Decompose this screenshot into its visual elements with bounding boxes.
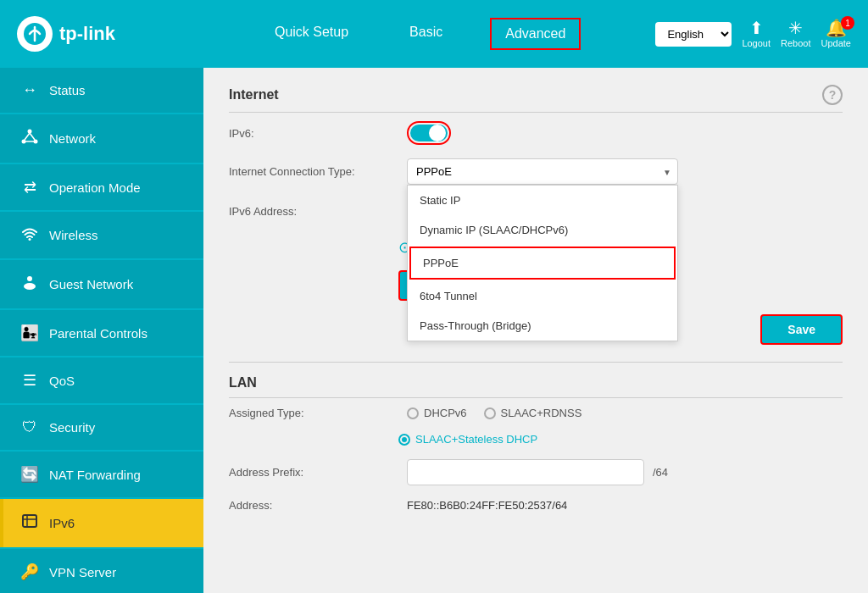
radio-label-dhcpv6: DHCPv6 [424,407,467,419]
ipv6-toggle[interactable] [407,121,451,145]
sidebar-label-wireless: Wireless [49,228,98,242]
sidebar-item-security[interactable]: 🛡 Security [0,405,203,450]
logout-label: Logout [742,38,771,48]
sidebar-label-ipv6: IPv6 [49,516,75,530]
lan-section: LAN Assigned Type: DHCPv6 SLAAC+RDNSS [229,375,843,512]
ipv6-icon [20,513,39,534]
content-area: Internet ? IPv6: Internet Connection Typ… [203,68,868,593]
guest-network-icon [20,274,39,295]
reboot-button[interactable]: ✳ Reboot [781,19,810,48]
option-pppoe[interactable]: PPPoE [409,247,676,280]
update-button[interactable]: 🔔 1 Update [821,19,851,48]
svg-rect-11 [23,515,36,527]
logo: tp-link [17,16,186,52]
reboot-label: Reboot [781,38,810,48]
radio-slaac-stateless[interactable]: SLAAC+Stateless DHCP [398,433,843,446]
sidebar-label-qos: QoS [49,374,75,388]
sidebar-label-status: Status [49,83,86,97]
radio-dot-slaac-rdnss [484,407,496,419]
svg-point-9 [27,276,32,281]
assigned-type-label: Assigned Type: [229,407,398,419]
svg-point-10 [24,283,36,290]
option-6to4-tunnel[interactable]: 6to4 Tunnel [408,281,677,311]
sidebar-item-guest-network[interactable]: Guest Network [0,260,203,308]
update-badge: 1 [841,16,854,30]
svg-line-6 [30,133,35,140]
ipv6-toggle-row: IPv6: [229,121,843,145]
address-prefix-row: Address Prefix: /64 [229,459,843,485]
main-layout: ↔ Status Network ⇄ Operation Mode [0,68,868,593]
connection-type-row: Internet Connection Type: PPPoE Static I… [229,158,843,185]
language-select[interactable]: English [655,22,732,47]
sidebar-item-qos[interactable]: ☰ QoS [0,357,203,403]
logo-text: tp-link [59,23,115,45]
sidebar-item-wireless[interactable]: Wireless [0,212,203,258]
ipv6-address-label: IPv6 Address: [229,205,398,218]
parental-controls-icon: 👨‍👧 [20,324,39,342]
sidebar: ↔ Status Network ⇄ Operation Mode [0,68,203,593]
radio-dot-slaac-stateless [398,434,410,446]
address-prefix-input[interactable] [407,459,644,485]
sidebar-item-vpn-server[interactable]: 🔑 VPN Server [0,549,203,593]
sidebar-item-nat-forwarding[interactable]: 🔄 NAT Forwarding [0,452,203,497]
svg-line-5 [25,133,30,140]
internet-section-title: Internet ? [229,85,843,113]
slaac-stateless-link[interactable]: SLAAC+Stateless DHCP [398,433,843,446]
logout-icon: ⬆ [749,19,764,36]
assigned-type-row: Assigned Type: DHCPv6 SLAAC+RDNSS [229,407,843,419]
ipv6-label: IPv6: [229,127,398,140]
address-label: Address: [229,499,398,512]
sidebar-item-parental-controls[interactable]: 👨‍👧 Parental Controls [0,310,203,356]
section-divider [229,362,843,363]
radio-label-slaac-rdnss: SLAAC+RDNSS [501,407,582,419]
connection-type-label: Internet Connection Type: [229,165,398,178]
top-nav: tp-link Quick Setup Basic Advanced Engli… [0,0,868,68]
logo-icon [17,16,53,52]
sidebar-item-operation-mode[interactable]: ⇄ Operation Mode [0,164,203,210]
save-button[interactable]: Save [760,314,843,345]
radio-dhcpv6[interactable]: DHCPv6 [407,407,467,419]
sidebar-item-status[interactable]: ↔ Status [0,68,203,113]
vpn-server-icon: 🔑 [20,563,39,581]
toggle-knob [429,125,446,141]
nav-basic[interactable]: Basic [396,18,456,50]
option-pass-through[interactable]: Pass-Through (Bridge) [408,311,677,341]
sidebar-label-guest-network: Guest Network [49,277,133,291]
internet-title-text: Internet [229,87,279,103]
wireless-icon [20,225,39,245]
connection-type-menu: Static IP Dynamic IP (SLAAC/DHCPv6) PPPo… [407,185,678,341]
operation-mode-icon: ⇄ [20,178,39,197]
nav-quick-setup[interactable]: Quick Setup [261,18,362,50]
assigned-type-radio-group: DHCPv6 SLAAC+RDNSS [407,407,581,419]
sidebar-label-operation-mode: Operation Mode [49,180,141,195]
logout-button[interactable]: ⬆ Logout [742,19,771,48]
toggle-bg [410,125,448,141]
qos-icon: ☰ [20,371,39,390]
svg-point-2 [28,130,32,134]
sidebar-item-network[interactable]: Network [0,114,203,163]
address-row: Address: FE80::B6B0:24FF:FE50:2537/64 [229,499,843,512]
radio-dot-dhcpv6 [407,407,419,419]
security-icon: 🛡 [20,418,39,436]
sidebar-item-ipv6[interactable]: IPv6 [0,499,203,547]
address-prefix-label: Address Prefix: [229,466,398,479]
status-icon: ↔ [20,81,39,99]
connection-type-select[interactable]: PPPoE [407,158,678,185]
nav-advanced[interactable]: Advanced [490,18,581,50]
option-static-ip[interactable]: Static IP [408,186,677,215]
connection-type-dropdown-container: PPPoE Static IP Dynamic IP (SLAAC/DHCPv6… [407,158,678,185]
radio-label-slaac-stateless: SLAAC+Stateless DHCP [415,433,537,446]
nat-forwarding-icon: 🔄 [20,465,39,484]
lan-section-title: LAN [229,375,843,398]
radio-slaac-rdnss[interactable]: SLAAC+RDNSS [484,407,582,419]
nav-right: English ⬆ Logout ✳ Reboot 🔔 1 Update [655,19,851,48]
option-dynamic-ip[interactable]: Dynamic IP (SLAAC/DHCPv6) [408,215,677,245]
nav-links: Quick Setup Basic Advanced [186,18,655,50]
sidebar-label-vpn-server: VPN Server [49,565,116,579]
help-icon[interactable]: ? [822,85,843,105]
lan-title-text: LAN [229,375,257,391]
reboot-icon: ✳ [788,19,803,36]
address-value: FE80::B6B0:24FF:FE50:2537/64 [407,499,567,512]
address-prefix-suffix: /64 [653,466,668,479]
sidebar-label-parental-controls: Parental Controls [49,326,147,341]
